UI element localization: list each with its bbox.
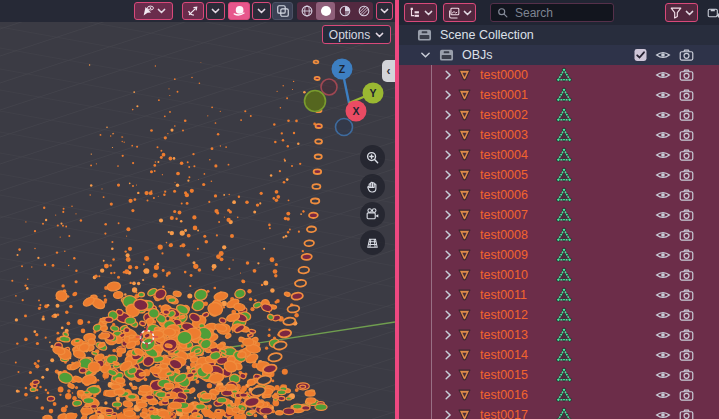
shading-solid-button[interactable] [316,2,335,20]
sidebar-toggle-arrow[interactable]: ‹ [382,60,395,82]
object-row[interactable]: test0005 [399,165,719,185]
camera-icon[interactable] [679,369,694,381]
eye-icon[interactable] [655,150,671,161]
object-row[interactable]: test0001 [399,85,719,105]
object-row[interactable]: test0012 [399,305,719,325]
pan-hand-button[interactable] [360,174,385,199]
object-row[interactable]: test0011 [399,285,719,305]
gizmo-axis-y[interactable] [305,91,326,112]
eye-icon[interactable] [655,210,671,221]
camera-icon[interactable] [679,349,694,361]
eye-icon[interactable] [655,270,671,281]
gizmo-dropdown[interactable] [206,2,225,20]
eye-icon[interactable] [655,170,671,181]
chevron-right-icon[interactable] [444,110,452,121]
eye-icon[interactable] [655,90,671,101]
object-row[interactable]: test0007 [399,205,719,225]
xray-toggle-button[interactable] [272,2,293,20]
shading-wireframe-button[interactable] [297,2,316,20]
camera-icon[interactable] [679,289,694,301]
object-row[interactable]: test0017 [399,405,719,419]
toggle-grid-button[interactable] [360,230,385,255]
gizmo-axis-x[interactable] [321,79,337,95]
camera-icon[interactable] [679,229,694,241]
object-row[interactable]: test0008 [399,225,719,245]
options-button[interactable]: Options [322,25,391,44]
chevron-right-icon[interactable] [444,250,452,261]
camera-icon[interactable] [679,109,694,121]
chevron-right-icon[interactable] [444,70,452,81]
object-row[interactable]: test0010 [399,265,719,285]
overlays-toggle-button[interactable] [228,2,250,20]
eye-icon[interactable] [655,370,671,381]
eye-icon[interactable] [655,250,671,261]
object-row[interactable]: test0016 [399,385,719,405]
chevron-right-icon[interactable] [444,310,452,321]
gizmo-axis-z[interactable] [336,119,353,136]
chevron-right-icon[interactable] [444,270,452,281]
camera-icon[interactable] [679,49,694,61]
camera-icon[interactable] [679,389,694,401]
checkbox-checked-icon[interactable] [634,49,647,62]
camera-icon[interactable] [679,209,694,221]
cursor-visibility-dropdown[interactable] [134,2,173,20]
camera-icon[interactable] [679,329,694,341]
overlays-dropdown[interactable] [252,2,271,20]
camera-icon[interactable] [679,249,694,261]
chevron-right-icon[interactable] [444,330,452,341]
filter-dropdown[interactable] [665,3,698,22]
zoom-in-button[interactable] [360,145,385,170]
object-row[interactable]: test0004 [399,145,719,165]
gizmo-toggle-button[interactable] [182,2,204,20]
chevron-right-icon[interactable] [444,350,452,361]
camera-icon[interactable] [679,89,694,101]
collection-row-objs[interactable]: OBJs [399,45,719,65]
object-row[interactable]: test0015 [399,365,719,385]
camera-icon[interactable] [679,269,694,281]
object-row[interactable]: test0009 [399,245,719,265]
camera-icon[interactable] [679,169,694,181]
scene-collection-row[interactable]: Scene Collection [399,25,719,45]
camera-view-button[interactable] [360,202,385,227]
object-row[interactable]: test0013 [399,325,719,345]
eye-icon[interactable] [655,350,671,361]
chevron-right-icon[interactable] [444,370,452,381]
camera-icon[interactable] [679,149,694,161]
object-row[interactable]: test0006 [399,185,719,205]
shading-rendered-button[interactable] [354,2,373,20]
chevron-right-icon[interactable] [444,150,452,161]
chevron-down-icon[interactable] [420,51,431,59]
eye-icon[interactable] [655,390,671,401]
chevron-right-icon[interactable] [444,410,452,419]
search-input[interactable] [513,5,607,21]
camera-icon[interactable] [679,409,694,419]
search-field[interactable] [490,3,614,22]
chevron-right-icon[interactable] [444,90,452,101]
object-row[interactable]: test0000 [399,65,719,85]
new-collection-button[interactable] [703,3,719,22]
eye-icon[interactable] [655,50,671,61]
shading-dropdown[interactable] [376,2,393,20]
object-row[interactable]: test0002 [399,105,719,125]
chevron-right-icon[interactable] [444,230,452,241]
chevron-right-icon[interactable] [444,290,452,301]
eye-icon[interactable] [655,330,671,341]
3d-viewport[interactable]: Options ZYX ‹ [0,0,395,419]
chevron-right-icon[interactable] [444,390,452,401]
chevron-right-icon[interactable] [444,170,452,181]
eye-icon[interactable] [655,110,671,121]
eye-icon[interactable] [655,70,671,81]
object-row[interactable]: test0014 [399,345,719,365]
eye-icon[interactable] [655,310,671,321]
display-mode-dropdown[interactable] [443,3,476,22]
eye-icon[interactable] [655,410,671,419]
camera-icon[interactable] [679,69,694,81]
eye-icon[interactable] [655,190,671,201]
camera-icon[interactable] [679,309,694,321]
eye-icon[interactable] [655,290,671,301]
chevron-right-icon[interactable] [444,190,452,201]
eye-icon[interactable] [655,130,671,141]
chevron-right-icon[interactable] [444,210,452,221]
eye-icon[interactable] [655,230,671,241]
editor-type-dropdown[interactable] [404,3,437,22]
